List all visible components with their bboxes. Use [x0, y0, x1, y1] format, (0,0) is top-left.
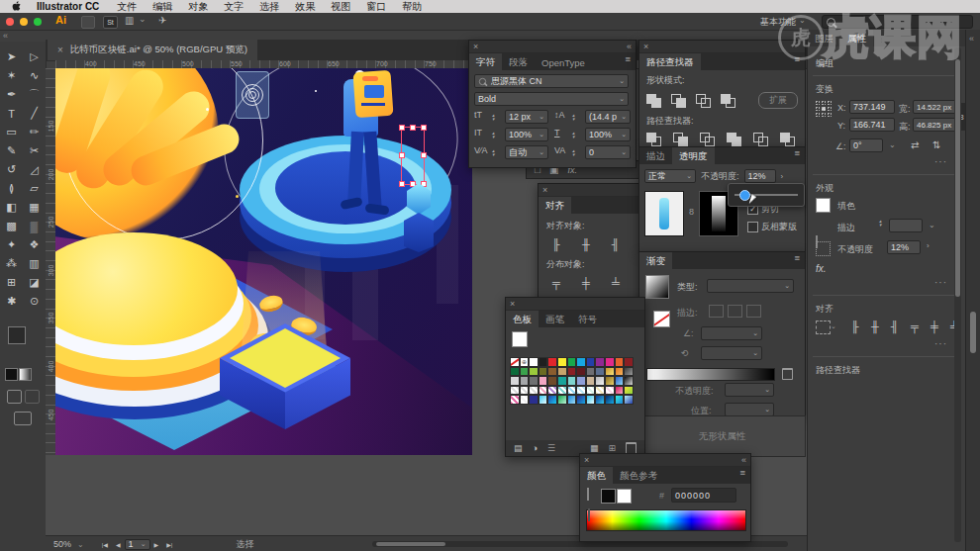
- swatch[interactable]: [605, 357, 615, 367]
- intersect-icon[interactable]: [696, 94, 712, 107]
- stroke-weight-stepper[interactable]: ▴▾: [879, 219, 886, 227]
- selection-anchor[interactable]: [421, 152, 427, 158]
- font-size-stepper[interactable]: ▴▾: [492, 110, 499, 124]
- color-collapse-icon[interactable]: «: [741, 455, 746, 465]
- swatch[interactable]: [615, 376, 625, 386]
- curvature-tool[interactable]: ⌒: [25, 85, 44, 104]
- gradient-menu-icon[interactable]: ≡: [789, 252, 805, 269]
- rectangle-tool[interactable]: ▭: [2, 123, 21, 141]
- color-close-icon[interactable]: ×: [584, 455, 589, 465]
- arrange-chevron-icon[interactable]: ⌄: [139, 14, 147, 24]
- line-segment-tool[interactable]: ╱: [25, 104, 44, 123]
- swatch[interactable]: [510, 386, 520, 396]
- swatch[interactable]: [615, 367, 625, 377]
- props-opacity-popup-icon[interactable]: ›: [927, 241, 930, 250]
- swatch[interactable]: [567, 395, 577, 405]
- swatch[interactable]: [520, 395, 530, 405]
- align-close-icon[interactable]: ×: [542, 185, 547, 195]
- swatch[interactable]: [605, 376, 615, 386]
- pen-tool[interactable]: ✒: [2, 85, 21, 104]
- zoom-chevron-icon[interactable]: ⌄: [77, 540, 98, 549]
- color-black-swatch[interactable]: [601, 489, 616, 504]
- document-tab[interactable]: × 比特币区块链.ai* @ 50% (RGB/GPU 预览): [48, 40, 257, 60]
- dock-scrollbar-thumb[interactable]: [970, 312, 976, 353]
- vertical-scale-stepper[interactable]: ▴▾: [492, 128, 499, 141]
- tracking-stepper[interactable]: ▴▾: [572, 145, 579, 159]
- apple-icon[interactable]: [0, 1, 27, 12]
- free-transform-tool[interactable]: ▱: [25, 179, 44, 198]
- search-field[interactable]: [822, 15, 973, 29]
- swatch[interactable]: [557, 367, 567, 377]
- swatch[interactable]: [605, 386, 615, 396]
- panel-collapse-left-icon[interactable]: «: [3, 31, 8, 41]
- character-menu-icon[interactable]: ≡: [620, 53, 636, 70]
- tab-layers[interactable]: 图层: [808, 30, 840, 46]
- menu-item-文件[interactable]: 文件: [109, 0, 145, 14]
- tab-transparency[interactable]: 透明度: [672, 147, 715, 164]
- artboard-first-icon[interactable]: |◀: [98, 541, 112, 548]
- swatch[interactable]: [595, 386, 605, 396]
- swatch[interactable]: [539, 367, 548, 377]
- color-white-swatch[interactable]: [617, 489, 632, 504]
- props-fx-button[interactable]: fx.: [816, 263, 827, 274]
- swatch[interactable]: [624, 395, 634, 405]
- type-tool[interactable]: T: [2, 104, 21, 123]
- swatch[interactable]: [605, 395, 615, 405]
- width-field[interactable]: 14.522 px: [913, 100, 956, 114]
- properties-scrollbar-thumb[interactable]: [955, 59, 960, 297]
- swatch[interactable]: [576, 395, 586, 405]
- tab-symbols[interactable]: 符号: [571, 311, 604, 327]
- tab-align[interactable]: 对齐: [539, 197, 571, 214]
- swatch[interactable]: [547, 376, 557, 386]
- pathfinder-close-icon[interactable]: ×: [643, 42, 648, 51]
- swatch[interactable]: [520, 367, 530, 377]
- lasso-tool[interactable]: ∿: [25, 66, 44, 85]
- artboard-number-field[interactable]: 1⌄: [125, 539, 150, 550]
- opacity-popup-arrow-icon[interactable]: ›: [781, 172, 784, 181]
- gradient-type-field[interactable]: ⌄: [707, 279, 794, 293]
- swatch-options-icon[interactable]: ▦: [590, 443, 599, 453]
- props-align-right-icon[interactable]: ╢: [887, 321, 903, 332]
- stock-icon[interactable]: St: [103, 16, 118, 29]
- selection-anchor[interactable]: [399, 181, 405, 187]
- swatch-libraries-icon[interactable]: ▤: [514, 443, 523, 453]
- canvas-artboard[interactable]: [55, 68, 472, 455]
- align-more-icon[interactable]: ···: [934, 338, 947, 349]
- swatch[interactable]: [547, 395, 557, 405]
- blend-mode-field[interactable]: 正常⌄: [644, 169, 696, 183]
- tab-character[interactable]: 字符: [469, 53, 502, 70]
- tab-stroke[interactable]: 描边: [639, 147, 672, 164]
- align-right-icon[interactable]: ╢: [608, 238, 624, 250]
- bridge-icon[interactable]: [81, 16, 95, 29]
- invert-mask-checkbox[interactable]: ✓反相蒙版: [747, 221, 797, 233]
- mesh-tool[interactable]: ▩: [2, 217, 21, 235]
- traffic-light-zoom[interactable]: [34, 18, 42, 26]
- swatch[interactable]: [557, 376, 567, 386]
- gradient-preview-swatch[interactable]: [645, 275, 669, 299]
- swatch[interactable]: [510, 395, 520, 405]
- fill-color-proxy[interactable]: [8, 326, 26, 344]
- menu-item-效果[interactable]: 效果: [287, 0, 323, 14]
- swatch[interactable]: [586, 386, 596, 396]
- gradient-fill-proxy[interactable]: [653, 311, 670, 327]
- props-align-left-icon[interactable]: ╟: [847, 321, 863, 332]
- swatch[interactable]: [615, 357, 625, 367]
- horizontal-scale-field[interactable]: 100%⌄: [585, 128, 631, 141]
- traffic-light-minimize[interactable]: [20, 18, 28, 26]
- gradient-slider-bar[interactable]: [646, 368, 775, 381]
- properties-scrollbar[interactable]: [954, 47, 961, 542]
- opacity-field[interactable]: 12%: [744, 169, 776, 183]
- divide-icon[interactable]: [646, 133, 662, 145]
- artboard-prev-icon[interactable]: ◀: [112, 541, 125, 548]
- font-size-field[interactable]: 12 px⌄: [505, 110, 548, 124]
- leading-field[interactable]: (14.4 p⌄: [585, 110, 631, 124]
- flip-vertical-icon[interactable]: ⇅: [932, 139, 940, 150]
- menu-item-窗口[interactable]: 窗口: [358, 0, 394, 14]
- shape-builder-tool[interactable]: ◧: [2, 198, 21, 217]
- minus-back-icon[interactable]: [780, 133, 796, 145]
- swatch[interactable]: [595, 357, 605, 367]
- swatch[interactable]: [529, 376, 539, 386]
- opacity-slider-popup[interactable]: [728, 183, 805, 207]
- swatch[interactable]: [557, 395, 567, 405]
- tab-pathfinder[interactable]: 路径查找器: [639, 53, 701, 70]
